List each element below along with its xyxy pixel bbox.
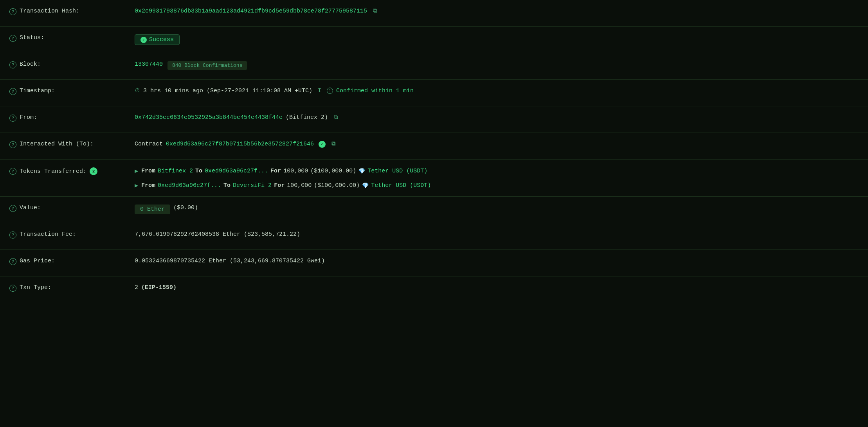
to-label-1: To bbox=[195, 168, 202, 174]
tokens-count-badge: 2 bbox=[90, 167, 97, 175]
label-block: ? Block: bbox=[9, 60, 135, 68]
tokens-value-col: ▶ From Bitfinex 2 To 0xed9d63a96c27f... … bbox=[135, 167, 859, 189]
label-transaction-fee: ? Transaction Fee: bbox=[9, 230, 135, 239]
usdt-gem-icon-2: 💎 bbox=[362, 182, 369, 189]
success-check-icon: ✓ bbox=[140, 37, 147, 43]
clock-icon: ⏱ bbox=[135, 88, 140, 94]
row-txn-type: ? Txn Type: 2 (EIP-1559) bbox=[0, 276, 868, 303]
txn-type-value-col: 2 (EIP-1559) bbox=[135, 283, 859, 291]
value-usd: ($0.00) bbox=[173, 205, 198, 211]
from-name: (Bitfinex 2) bbox=[286, 114, 328, 121]
gas-price-value: 0.053243669870735422 Ether (53,243,669.8… bbox=[135, 258, 325, 264]
row-interacted-with: ? Interacted With (To): Contract 0xed9d6… bbox=[0, 133, 868, 160]
copy-interacted-icon[interactable]: ⧉ bbox=[330, 141, 337, 147]
tx-hash-value[interactable]: 0x2c9931793876db33b1a9aad123ad4921dfb9cd… bbox=[135, 8, 367, 14]
help-icon-tx-fee[interactable]: ? bbox=[9, 231, 16, 239]
token-usd-1: ($100,000.00) bbox=[310, 168, 356, 174]
row-from: ? From: 0x742d35cc6634c0532925a3b844bc45… bbox=[0, 106, 868, 133]
token-amount-1: 100,000 bbox=[283, 168, 308, 174]
help-icon-tx-hash[interactable]: ? bbox=[9, 8, 16, 15]
token-name-1[interactable]: Tether USD (USDT) bbox=[367, 168, 427, 174]
row-status: ? Status: ✓ Success bbox=[0, 27, 868, 53]
tx-hash-value-col: 0x2c9931793876db33b1a9aad123ad4921dfb9cd… bbox=[135, 7, 859, 14]
tokens-label-wrapper: Tokens Transferred: 2 bbox=[20, 167, 97, 175]
token-to-1[interactable]: 0xed9d63a96c27f... bbox=[205, 168, 268, 174]
copy-from-icon[interactable]: ⧉ bbox=[333, 114, 339, 120]
label-tokens-transferred: ? Tokens Transferred: 2 bbox=[9, 167, 135, 175]
value-badge: 0 Ether bbox=[135, 205, 170, 214]
block-number[interactable]: 13307440 bbox=[135, 61, 163, 68]
from-label: From: bbox=[20, 114, 37, 121]
row-tokens-transferred: ? Tokens Transferred: 2 ▶ From Bitfinex … bbox=[0, 160, 868, 197]
row-gas-price: ? Gas Price: 0.053243669870735422 Ether … bbox=[0, 250, 868, 276]
token-to-2[interactable]: DeversiFi 2 bbox=[233, 182, 272, 189]
block-value-col: 13307440 840 Block Confirmations bbox=[135, 60, 859, 70]
copy-tx-hash-icon[interactable]: ⧉ bbox=[372, 8, 378, 14]
tx-fee-value-col: 7,676.619078292762408538 Ether ($23,585,… bbox=[135, 230, 859, 238]
to-label-2: To bbox=[223, 182, 231, 189]
label-value: ? Value: bbox=[9, 204, 135, 212]
help-icon-txn-type[interactable]: ? bbox=[9, 285, 16, 292]
tx-fee-label: Transaction Fee: bbox=[20, 231, 76, 238]
timestamp-value: 3 hrs 10 mins ago (Sep-27-2021 11:10:08 … bbox=[143, 88, 312, 94]
help-icon-status[interactable]: ? bbox=[9, 35, 16, 42]
token-from-1[interactable]: Bitfinex 2 bbox=[158, 168, 193, 174]
timestamp-divider: I bbox=[318, 88, 321, 94]
value-value-col: 0 Ether ($0.00) bbox=[135, 204, 859, 214]
contract-prefix: Contract bbox=[135, 141, 163, 147]
token-transfer-row-2: ▶ From 0xed9d63a96c27f... To DeversiFi 2… bbox=[135, 182, 859, 189]
confirmed-clock-icon: i bbox=[327, 88, 333, 94]
gas-price-value-col: 0.053243669870735422 Ether (53,243,669.8… bbox=[135, 257, 859, 264]
transaction-details: ? Transaction Hash: 0x2c9931793876db33b1… bbox=[0, 0, 868, 303]
block-label: Block: bbox=[20, 61, 41, 68]
block-confirmations-badge: 840 Block Confirmations bbox=[167, 61, 247, 70]
gas-price-label: Gas Price: bbox=[20, 258, 55, 264]
token-name-2[interactable]: Tether USD (USDT) bbox=[371, 182, 431, 189]
status-value-col: ✓ Success bbox=[135, 34, 859, 45]
status-label: Status: bbox=[20, 34, 44, 41]
tokens-transferred-label: Tokens Transferred: bbox=[20, 168, 86, 175]
help-icon-block[interactable]: ? bbox=[9, 61, 16, 68]
label-txn-type: ? Txn Type: bbox=[9, 283, 135, 292]
help-icon-value[interactable]: ? bbox=[9, 205, 16, 212]
interacted-with-value-col: Contract 0xed9d63a96c27f87b07115b56b2e35… bbox=[135, 140, 859, 148]
usdt-gem-icon-1: 💎 bbox=[358, 168, 365, 174]
token-amount-2: 100,000 bbox=[287, 182, 312, 189]
timestamp-value-col: ⏱ 3 hrs 10 mins ago (Sep-27-2021 11:10:0… bbox=[135, 87, 859, 94]
from-value-col: 0x742d35cc6634c0532925a3b844bc454e4438f4… bbox=[135, 113, 859, 121]
label-transaction-hash: ? Transaction Hash: bbox=[9, 7, 135, 15]
from-address[interactable]: 0x742d35cc6634c0532925a3b844bc454e4438f4… bbox=[135, 114, 283, 121]
row-timestamp: ? Timestamp: ⏱ 3 hrs 10 mins ago (Sep-27… bbox=[0, 80, 868, 106]
verified-icon: ✓ bbox=[319, 141, 326, 148]
help-icon-timestamp[interactable]: ? bbox=[9, 88, 16, 95]
from-label-1: From bbox=[141, 168, 155, 174]
label-timestamp: ? Timestamp: bbox=[9, 87, 135, 95]
help-icon-tokens[interactable]: ? bbox=[9, 168, 16, 175]
token-from-2[interactable]: 0xed9d63a96c27f... bbox=[158, 182, 221, 189]
timestamp-label: Timestamp: bbox=[20, 88, 55, 94]
row-transaction-fee: ? Transaction Fee: 7,676.619078292762408… bbox=[0, 223, 868, 250]
label-gas-price: ? Gas Price: bbox=[9, 257, 135, 265]
label-status: ? Status: bbox=[9, 34, 135, 42]
arrow-icon-2: ▶ bbox=[135, 182, 138, 189]
help-icon-interacted[interactable]: ? bbox=[9, 141, 16, 148]
help-icon-from[interactable]: ? bbox=[9, 115, 16, 122]
from-label-2: From bbox=[141, 182, 155, 189]
txn-type-value: 2 bbox=[135, 284, 138, 291]
label-from: ? From: bbox=[9, 113, 135, 122]
row-value: ? Value: 0 Ether ($0.00) bbox=[0, 197, 868, 223]
label-interacted-with: ? Interacted With (To): bbox=[9, 140, 135, 148]
txn-type-note: (EIP-1559) bbox=[141, 284, 176, 291]
interacted-address[interactable]: 0xed9d63a96c27f87b07115b56b2e3572827f216… bbox=[166, 141, 314, 147]
confirmed-text: Confirmed within 1 min bbox=[336, 88, 414, 94]
help-icon-gas[interactable]: ? bbox=[9, 258, 16, 265]
token-transfer-row-1: ▶ From Bitfinex 2 To 0xed9d63a96c27f... … bbox=[135, 167, 859, 175]
interacted-with-label: Interacted With (To): bbox=[20, 141, 94, 147]
status-badge: ✓ Success bbox=[135, 34, 180, 45]
token-usd-2: ($100,000.00) bbox=[314, 182, 360, 189]
tx-fee-value: 7,676.619078292762408538 Ether ($23,585,… bbox=[135, 231, 300, 238]
row-block: ? Block: 13307440 840 Block Confirmation… bbox=[0, 53, 868, 80]
value-label: Value: bbox=[20, 205, 41, 211]
arrow-icon-1: ▶ bbox=[135, 167, 138, 175]
row-transaction-hash: ? Transaction Hash: 0x2c9931793876db33b1… bbox=[0, 0, 868, 27]
